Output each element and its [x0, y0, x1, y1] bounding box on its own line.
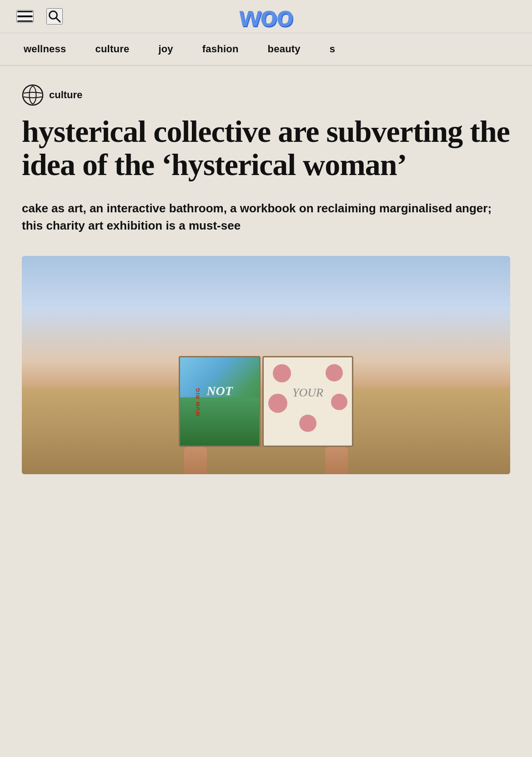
- nav-link-culture[interactable]: culture: [80, 33, 144, 65]
- article-subtitle: cake as art, an interactive bathroom, a …: [22, 200, 510, 234]
- patch-left-word: NOT: [206, 384, 233, 398]
- hamburger-line-1: [17, 11, 33, 13]
- header-left-controls: [16, 8, 63, 25]
- patch-right: YOUR: [262, 356, 353, 447]
- patch-left-side-text: MUM RIG: [195, 387, 201, 416]
- patch-right-word: YOUR: [292, 386, 323, 400]
- hand-left: [184, 447, 207, 474]
- logo-link[interactable]: woo: [239, 20, 293, 27]
- category-label: culture: [49, 89, 82, 101]
- patch-left: MUM RIG NOT: [179, 356, 261, 447]
- hamburger-line-2: [17, 15, 33, 17]
- nav-list: wellness culture joy fashion beauty s: [9, 33, 350, 65]
- dot-1: [273, 364, 291, 382]
- art-patchwork-piece: MUM RIG NOT YOUR: [179, 356, 353, 447]
- search-icon: [47, 9, 62, 24]
- hamburger-menu-button[interactable]: [16, 10, 34, 23]
- search-button[interactable]: [46, 8, 63, 25]
- article-title: hysterical collective are subverting the…: [22, 115, 510, 182]
- logo-container: woo: [239, 2, 293, 30]
- nav-item-culture: culture: [80, 33, 144, 65]
- main-nav: wellness culture joy fashion beauty s: [0, 33, 532, 66]
- dot-4: [331, 394, 347, 410]
- hands-holding: [180, 442, 352, 474]
- nav-item-wellness: wellness: [9, 33, 80, 65]
- nav-link-fashion[interactable]: fashion: [188, 33, 253, 65]
- site-logo: woo: [238, 2, 293, 30]
- article-image: MUM RIG NOT YOUR: [22, 256, 510, 474]
- site-header: woo: [0, 0, 532, 33]
- hand-right: [325, 447, 348, 474]
- category-badge: culture: [22, 84, 510, 106]
- nav-link-joy[interactable]: joy: [144, 33, 187, 65]
- nav-link-beauty[interactable]: beauty: [253, 33, 315, 65]
- svg-line-1: [56, 18, 60, 22]
- nav-item-more: s: [315, 33, 350, 65]
- nav-item-beauty: beauty: [253, 33, 315, 65]
- hamburger-line-3: [17, 20, 33, 22]
- nav-link-wellness[interactable]: wellness: [9, 33, 80, 65]
- culture-category-icon: [22, 84, 44, 106]
- dot-3: [268, 394, 287, 413]
- article-main: culture hysterical collective are subver…: [0, 66, 532, 474]
- dot-5: [299, 415, 316, 432]
- nav-link-more[interactable]: s: [315, 33, 350, 65]
- svg-point-2: [23, 85, 43, 105]
- dot-2: [326, 364, 343, 381]
- nav-item-fashion: fashion: [188, 33, 253, 65]
- nav-item-joy: joy: [144, 33, 187, 65]
